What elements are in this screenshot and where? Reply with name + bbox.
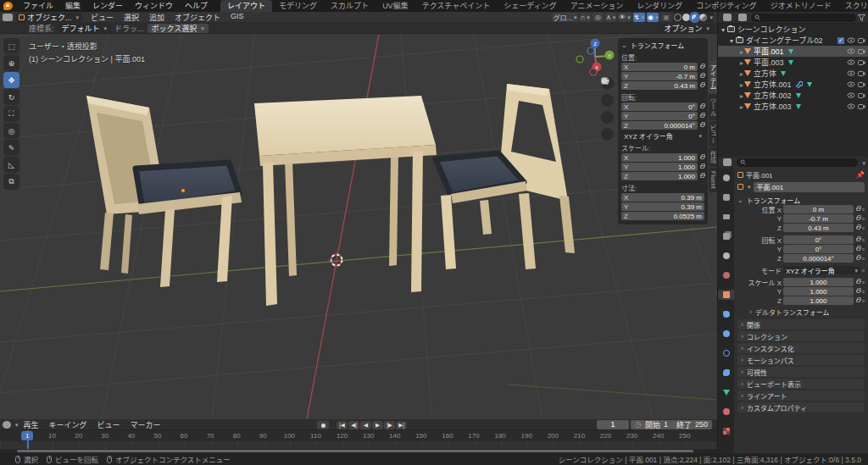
hide-eye-icon[interactable] xyxy=(847,37,855,43)
lock-icon[interactable] xyxy=(700,84,704,87)
tab-object-icon[interactable] xyxy=(718,290,734,300)
number-field[interactable]: Z0.43 m xyxy=(621,81,698,90)
blender-logo-icon[interactable] xyxy=(3,2,13,10)
topbar-menu[interactable]: ヘルプ xyxy=(179,0,214,12)
solid-shading-button[interactable] xyxy=(682,14,690,21)
workspace-tab[interactable]: ジオメトリノード xyxy=(764,0,838,12)
lock-icon[interactable] xyxy=(700,165,704,169)
pin-icon[interactable]: 📌 xyxy=(856,171,865,179)
transform-orientation-dropdown[interactable]: グロ... xyxy=(552,13,577,22)
workspace-tab[interactable]: シェーディング xyxy=(497,0,563,12)
lock-icon[interactable] xyxy=(700,65,704,69)
navigation-gizmo[interactable]: Z Y X xyxy=(576,39,615,76)
collapsed-panel[interactable]: 可視性 xyxy=(737,367,865,377)
tab-world-icon[interactable] xyxy=(718,270,734,280)
npanel-tab[interactable]: アイテム xyxy=(709,61,717,93)
hide-eye-icon[interactable] xyxy=(847,70,855,76)
tab-constraints-icon[interactable] xyxy=(718,368,734,378)
timeline-menu[interactable]: キーイング xyxy=(44,419,92,430)
editor-type-icon[interactable] xyxy=(3,14,13,21)
expand-icon[interactable] xyxy=(740,91,743,100)
topbar-menu[interactable]: レンダー xyxy=(86,0,129,12)
collapsed-panel[interactable]: カスタムプロパティ xyxy=(737,402,865,412)
keyframe-dot-icon[interactable] xyxy=(862,248,865,251)
lock-icon[interactable] xyxy=(700,174,704,178)
expand-icon[interactable] xyxy=(740,47,743,56)
lock-icon[interactable] xyxy=(700,105,704,108)
chevron-down-icon[interactable] xyxy=(860,158,865,167)
number-field[interactable]: Z0.000014° xyxy=(621,121,698,130)
keyframe-dot-icon[interactable] xyxy=(862,239,865,241)
number-field[interactable]: 0.43 m xyxy=(783,224,854,232)
tab-render-icon[interactable] xyxy=(718,192,734,202)
rotation-mode-dropdown[interactable]: XYZ オイラー角 xyxy=(621,131,704,141)
lock-icon[interactable] xyxy=(856,208,860,211)
disable-render-camera-icon[interactable] xyxy=(858,81,865,87)
move-tool[interactable]: ✥ xyxy=(3,72,19,88)
viewport-menu[interactable]: 選択 xyxy=(119,12,144,23)
npanel-title[interactable]: トランスフォーム xyxy=(621,41,704,50)
expand-icon[interactable] xyxy=(740,69,743,78)
number-field[interactable]: 1.000 xyxy=(783,296,854,305)
lock-icon[interactable] xyxy=(856,299,860,302)
workspace-tab[interactable]: レンダリング xyxy=(630,0,689,12)
timeline-ruler[interactable]: 1 10203040506070809010011012013014015016… xyxy=(0,430,717,441)
disable-render-camera-icon[interactable] xyxy=(858,70,865,76)
display-mode-icon[interactable] xyxy=(738,14,747,21)
auto-keying-record-button[interactable] xyxy=(317,421,329,429)
mode-selector[interactable]: オブジェク... xyxy=(15,13,82,22)
workspace-tab[interactable]: コンポジティング xyxy=(689,0,763,12)
jump-to-end-button[interactable]: ▶| xyxy=(396,421,407,429)
tab-viewlayer-icon[interactable] xyxy=(718,231,734,241)
keyframe-dot-icon[interactable] xyxy=(862,300,865,302)
lock-icon[interactable] xyxy=(856,257,860,260)
npanel-tab[interactable]: ビュー xyxy=(709,121,717,147)
hide-eye-icon[interactable] xyxy=(847,103,855,109)
tab-object-data-icon[interactable] xyxy=(718,387,734,397)
measure-tool[interactable]: ◺ xyxy=(3,157,19,173)
outliner-row-collection[interactable]: ダイニングテーブル02 xyxy=(718,35,868,46)
number-field[interactable]: X0° xyxy=(621,102,698,111)
prev-keyframe-button[interactable]: ◀| xyxy=(348,421,359,429)
visibility-dropdown-icon[interactable]: 👁 xyxy=(618,13,632,22)
outliner-editor-icon[interactable] xyxy=(723,14,732,21)
show-overlays-toggle[interactable]: ◉ xyxy=(647,13,659,22)
lock-icon[interactable] xyxy=(856,247,860,251)
outliner-search-input[interactable] xyxy=(751,14,856,22)
number-field[interactable]: 0° xyxy=(783,235,854,244)
viewport-menu[interactable]: ビュー xyxy=(86,12,119,23)
timeline-track[interactable] xyxy=(0,441,717,449)
dining-table[interactable] xyxy=(254,96,437,306)
timeline-editor-clock-icon[interactable] xyxy=(3,421,11,429)
collection-checkbox[interactable] xyxy=(837,37,844,44)
rendered-shading-button[interactable] xyxy=(699,14,707,21)
viewport-menu[interactable]: オブジェクト xyxy=(170,12,225,23)
scale-tool[interactable]: ⛶ xyxy=(3,106,19,122)
keyframe-dot-icon[interactable] xyxy=(862,257,865,260)
tab-physics-icon[interactable] xyxy=(718,348,734,358)
number-field[interactable]: X0 m xyxy=(621,63,698,71)
scrollbar-handle[interactable] xyxy=(17,450,693,452)
filter-funnel-icon[interactable] xyxy=(858,14,865,21)
rotation-mode-dropdown[interactable]: XYZ オイラー角 xyxy=(783,266,860,274)
expand-icon[interactable] xyxy=(730,36,733,45)
wireframe-shading-button[interactable] xyxy=(674,14,682,21)
collapsed-panel[interactable]: モーションパス xyxy=(737,355,865,365)
disable-render-camera-icon[interactable] xyxy=(858,92,865,98)
ortho-grid-icon[interactable] xyxy=(601,128,614,141)
proportional-editing-icon[interactable]: ◎ xyxy=(593,13,604,22)
workspace-tab[interactable]: レイアウト xyxy=(220,0,272,12)
collapsed-panel[interactable]: 関係 xyxy=(737,319,865,329)
keyframe-dot-icon[interactable] xyxy=(862,269,865,272)
dimension-field[interactable]: Z0.0525 m xyxy=(621,212,704,220)
show-gizmo-toggle[interactable]: ↯ xyxy=(633,13,645,22)
dimension-field[interactable]: Y0.39 m xyxy=(621,202,704,211)
current-frame-field[interactable]: 1 xyxy=(597,420,629,429)
workspace-tab[interactable]: UV編集 xyxy=(376,0,415,12)
workspace-tab[interactable]: テクスチャペイント xyxy=(415,0,498,12)
lock-icon[interactable] xyxy=(700,75,704,78)
outliner-object-row[interactable]: 立方体.001 xyxy=(718,79,868,90)
workspace-tab[interactable]: アニメーション xyxy=(564,0,631,12)
number-field[interactable]: Y0° xyxy=(621,112,698,120)
timeline-menu[interactable]: 再生 xyxy=(19,419,44,430)
